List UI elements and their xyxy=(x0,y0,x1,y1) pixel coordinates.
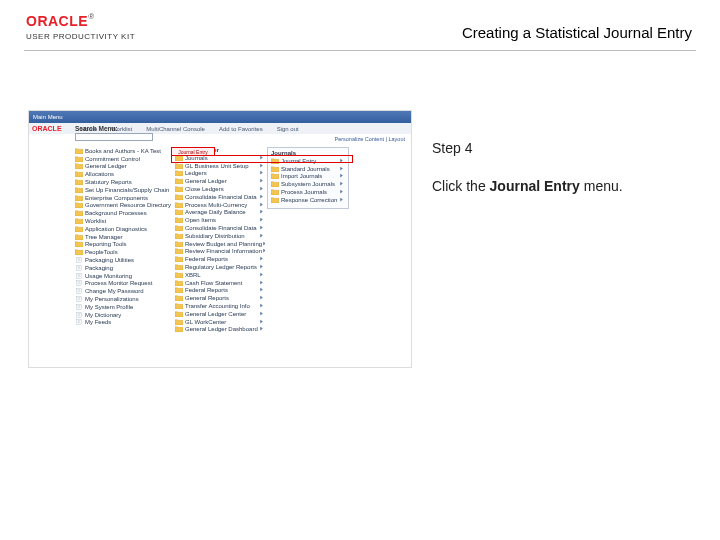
submenu-item[interactable]: Regulatory Ledger Reports xyxy=(175,263,265,271)
nav-item[interactable]: Books and Authors - KA Test xyxy=(75,147,171,155)
submenu-item[interactable]: Consolidate Financial Data xyxy=(175,193,265,201)
submenu-item[interactable]: Federal Reports xyxy=(175,255,265,263)
nav-item[interactable]: Enterprise Components xyxy=(75,194,171,202)
submenu-arrow-icon xyxy=(259,295,265,301)
nav-item[interactable]: General Ledger xyxy=(75,163,171,171)
svg-rect-16 xyxy=(77,289,81,294)
nav-item[interactable]: Allocations xyxy=(75,170,171,178)
nav-item[interactable]: My System Profile xyxy=(75,303,171,311)
submenu-item[interactable]: XBRL xyxy=(175,271,265,279)
submenu-item[interactable]: Average Daily Balance xyxy=(175,209,265,217)
submenu-item-label: Process Multi-Currency xyxy=(185,202,247,208)
svg-rect-8 xyxy=(77,273,81,278)
submenu-arrow-icon xyxy=(339,189,345,195)
instruction-post: menu. xyxy=(580,178,623,194)
flyout-item[interactable]: Response Correction xyxy=(271,196,345,204)
submenu-item[interactable]: Subsidiary Distribution xyxy=(175,232,265,240)
submenu-item[interactable]: Review Financial Information xyxy=(175,248,265,256)
folder-icon xyxy=(175,225,183,231)
svg-rect-0 xyxy=(77,257,81,262)
submenu-item-label: Review Budget and Planning xyxy=(185,241,262,247)
nav-item[interactable]: PeopleTools xyxy=(75,248,171,256)
nav-item[interactable]: Tree Manager xyxy=(75,233,171,241)
submenu-item[interactable]: GL Business Unit Setup xyxy=(175,162,265,170)
flyout-item-label: Subsystem Journals xyxy=(281,181,335,187)
submenu-item-label: Ledgers xyxy=(185,170,207,176)
submenu-item[interactable]: Consolidate Financial Data xyxy=(175,224,265,232)
nav-item[interactable]: Packaging Utilities xyxy=(75,256,171,264)
submenu-item-label: Consolidate Financial Data xyxy=(185,225,257,231)
submenu-arrow-icon xyxy=(259,319,265,325)
folder-icon xyxy=(75,234,83,240)
nav-item[interactable]: Process Monitor Request xyxy=(75,280,171,288)
folder-icon xyxy=(75,249,83,255)
nav-item-label: Application Diagnostics xyxy=(85,226,147,232)
submenu-item-label: XBRL xyxy=(185,272,201,278)
submenu-item[interactable]: General Ledger Center xyxy=(175,310,265,318)
tab-favorites[interactable]: Add to Favorites xyxy=(219,126,263,132)
svg-rect-24 xyxy=(77,304,81,309)
submenu-item[interactable]: Close Ledgers xyxy=(175,185,265,193)
submenu-item[interactable]: Federal Reports xyxy=(175,287,265,295)
nav-item-label: My Personalizations xyxy=(85,296,139,302)
submenu-item[interactable]: Ledgers xyxy=(175,170,265,178)
nav-item[interactable]: Change My Password xyxy=(75,287,171,295)
highlight-label: Journal Entry xyxy=(171,147,215,156)
instruction-pre: Click the xyxy=(432,178,490,194)
submenu-item[interactable]: General Reports xyxy=(175,294,265,302)
nav-item[interactable]: Worklist xyxy=(75,217,171,225)
submenu-item[interactable]: General Ledger Dashboard xyxy=(175,326,265,334)
submenu-item[interactable]: Process Multi-Currency xyxy=(175,201,265,209)
submenu-item[interactable]: Review Budget and Planning xyxy=(175,240,265,248)
submenu-item[interactable]: Cash Flow Statement xyxy=(175,279,265,287)
nav-item-label: My System Profile xyxy=(85,304,133,310)
nav-item-label: Government Resource Directory xyxy=(85,202,171,208)
flyout-item[interactable]: Import Journals xyxy=(271,173,345,181)
flyout-item[interactable]: Standard Journals xyxy=(271,165,345,173)
main-menu-dropdown[interactable]: Main Menu xyxy=(33,114,63,120)
menu-column-3: JournalsJournal EntryStandard JournalsIm… xyxy=(267,147,349,365)
submenu-arrow-icon xyxy=(259,155,265,161)
folder-icon xyxy=(75,148,83,154)
svg-rect-4 xyxy=(77,265,81,270)
document-icon xyxy=(75,273,83,279)
nav-item[interactable]: Commitment Control xyxy=(75,155,171,163)
folder-icon xyxy=(75,179,83,185)
flyout-item-label: Journal Entry xyxy=(281,158,316,164)
nav-item-label: Books and Authors - KA Test xyxy=(85,148,161,154)
folder-icon xyxy=(75,210,83,216)
flyout-item[interactable]: Process Journals xyxy=(271,188,345,196)
submenu-item-label: Review Financial Information xyxy=(185,248,262,254)
folder-icon xyxy=(75,187,83,193)
nav-item[interactable]: Application Diagnostics xyxy=(75,225,171,233)
search-block: Search Menu: xyxy=(75,125,161,141)
flyout-item[interactable]: Subsystem Journals xyxy=(271,180,345,188)
nav-item[interactable]: My Feeds xyxy=(75,319,171,327)
folder-icon xyxy=(271,166,279,172)
submenu-item[interactable]: GL WorkCenter xyxy=(175,318,265,326)
nav-item[interactable]: Set Up Financials/Supply Chain xyxy=(75,186,171,194)
folder-icon xyxy=(175,311,183,317)
flyout-panel: JournalsJournal EntryStandard JournalsIm… xyxy=(267,147,349,209)
submenu-item[interactable]: General Ledger xyxy=(175,177,265,185)
flyout-item[interactable]: Journal Entry xyxy=(271,157,345,165)
nav-item[interactable]: Government Resource Directory xyxy=(75,202,171,210)
submenu-arrow-icon xyxy=(259,186,265,192)
folder-icon xyxy=(175,170,183,176)
folder-icon xyxy=(175,295,183,301)
submenu-item[interactable]: Open Items xyxy=(175,216,265,224)
nav-item[interactable]: My Personalizations xyxy=(75,295,171,303)
nav-item[interactable]: My Dictionary xyxy=(75,311,171,319)
nav-item[interactable]: Usage Monitoring xyxy=(75,272,171,280)
submenu-arrow-icon xyxy=(259,233,265,239)
nav-item[interactable]: Reporting Tools xyxy=(75,241,171,249)
submenu-item[interactable]: Transfer Accounting Info xyxy=(175,302,265,310)
nav-item[interactable]: Statutory Reports xyxy=(75,178,171,186)
tab-signout[interactable]: Sign out xyxy=(277,126,299,132)
submenu-item-label: GL WorkCenter xyxy=(185,319,226,325)
personalize-link[interactable]: Personalize Content | Layout xyxy=(334,136,405,142)
search-input[interactable] xyxy=(75,133,153,141)
nav-item[interactable]: Background Processes xyxy=(75,209,171,217)
document-icon xyxy=(75,296,83,302)
nav-item[interactable]: Packaging xyxy=(75,264,171,272)
